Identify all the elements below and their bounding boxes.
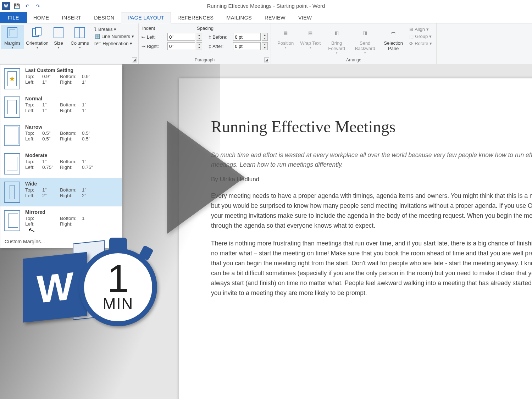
indent-left-input[interactable]	[167, 33, 195, 41]
rotate-button[interactable]: ⟳Rotate▾	[408, 40, 433, 46]
position-icon: ▦	[279, 26, 292, 39]
tab-mailings[interactable]: MAILINGS	[220, 12, 258, 23]
spinner[interactable]: ▲▼	[262, 33, 268, 41]
chevron-down-icon: ▾	[37, 46, 38, 49]
indent-left-label: Left:	[147, 34, 166, 40]
indent-right-row: ⇥ Right: ▲▼	[142, 42, 202, 50]
size-button[interactable]: Size ▾	[50, 25, 67, 49]
line-numbers-icon: 🔢	[94, 34, 100, 39]
play-icon[interactable]	[167, 121, 245, 234]
margins-option-narrow[interactable]: NarrowTop:0.5"Bottom:0.5"Left:0.5"Right:…	[0, 121, 122, 150]
margin-preset-name: Narrow	[25, 124, 118, 130]
chevron-down-icon: ▾	[426, 27, 429, 32]
tab-insert[interactable]: INSERT	[56, 12, 88, 23]
orientation-button[interactable]: Orientation ▾	[26, 25, 49, 49]
page-setup-dialog-launcher[interactable]: ◢	[132, 57, 137, 62]
wrap-text-label: Wrap Text	[300, 40, 321, 46]
tab-view[interactable]: VIEW	[292, 12, 318, 23]
group-page-setup: Margins ▾ Orientation ▾ Size ▾ Columns ▾…	[0, 23, 139, 64]
margin-preset-name: Normal	[25, 96, 118, 101]
columns-icon	[73, 26, 86, 39]
doc-byline: By Ulrika Hedlund	[211, 176, 532, 183]
bring-forward-button[interactable]: ◧ Bring Forward▾	[323, 25, 350, 55]
indent-right-label: Right:	[147, 44, 166, 49]
selection-pane-icon: ▭	[387, 26, 400, 39]
tab-design[interactable]: DESIGN	[88, 12, 121, 23]
doc-para-2: There is nothing more frustrating than m…	[211, 238, 532, 298]
group-obj-label: Group	[415, 34, 428, 39]
spacing-after-label: After:	[212, 44, 232, 49]
spacing-before-label: Before:	[212, 34, 232, 40]
selection-pane-button[interactable]: ▭ Selection Pane	[380, 25, 406, 51]
chevron-down-icon: ▾	[58, 46, 60, 49]
spacing-before-row: ‡ Before: ▲▼	[209, 33, 268, 41]
chevron-down-icon: ▾	[12, 46, 13, 49]
margin-preset-thumb-icon	[4, 125, 20, 146]
margins-button[interactable]: Margins ▾	[1, 25, 24, 49]
title-bar: W 💾 ↶ ↷ Running Effective Meetings - Sta…	[0, 0, 532, 12]
indent-right-icon: ⇥	[142, 44, 145, 49]
word-app-icon: W	[2, 2, 10, 10]
margin-preset-name: Mirrored	[25, 209, 118, 215]
align-button[interactable]: ⊞Align▾	[408, 26, 433, 32]
spinner[interactable]: ▲▼	[196, 33, 202, 41]
spinner[interactable]: ▲▼	[262, 42, 268, 50]
chevron-down-icon: ▾	[429, 34, 432, 39]
margins-option-moderate[interactable]: ModerateTop:1"Bottom:1"Left:0.75"Right:0…	[0, 150, 122, 178]
tab-page-layout[interactable]: PAGE LAYOUT	[121, 12, 171, 23]
undo-icon[interactable]: ↶	[23, 2, 31, 10]
bring-forward-label: Bring Forward	[323, 40, 350, 51]
position-label: Position	[277, 40, 294, 46]
redo-icon[interactable]: ↷	[34, 2, 42, 10]
quick-access-toolbar: W 💾 ↶ ↷	[0, 2, 42, 10]
spacing-before-input[interactable]	[233, 33, 261, 41]
margins-option-normal[interactable]: NormalTop:1"Bottom:1"Left:1"Right:1"	[0, 93, 122, 121]
margin-preset-thumb-icon	[4, 182, 20, 203]
window-title: Running Effective Meetings - Starting po…	[0, 3, 532, 9]
chevron-down-icon: ▾	[130, 41, 132, 46]
arrange-group-label: Arrange	[274, 57, 433, 63]
margins-dropdown: Last Custom SettingTop:0.9"Bottom:0.9"Le…	[0, 64, 122, 248]
doc-para-1: Every meeting needs to have a proper age…	[211, 191, 532, 231]
line-numbers-button[interactable]: 🔢Line Numbers▾	[93, 33, 135, 39]
tab-review[interactable]: REVIEW	[258, 12, 292, 23]
margins-option-wide[interactable]: WideTop:1"Bottom:1"Left:2"Right:2"	[0, 178, 122, 206]
size-icon	[52, 26, 65, 39]
chevron-down-icon: ▾	[79, 46, 81, 49]
margin-preset-values: Top:1"Bottom:1"Left:1"Right:1"	[25, 102, 118, 113]
tab-home[interactable]: HOME	[27, 12, 56, 23]
breaks-label: Breaks	[98, 27, 112, 32]
chevron-down-icon: ▾	[310, 46, 311, 49]
margin-preset-values: Top:0.5"Bottom:0.5"Left:0.5"Right:0.5"	[25, 131, 118, 142]
paragraph-dialog-launcher[interactable]: ◢	[264, 57, 269, 62]
margins-option-mirrored[interactable]: MirroredTop:Bottom:1Left:Right:	[0, 206, 122, 235]
position-button[interactable]: ▦ Position▾	[274, 25, 297, 49]
indent-right-input[interactable]	[167, 42, 195, 50]
rotate-label: Rotate	[415, 41, 428, 46]
margin-preset-name: Last Custom Setting	[25, 67, 118, 73]
margin-preset-values: Top:0.9"Bottom:0.9"Left:1"Right:1"	[25, 74, 118, 85]
indent-header: Indent	[142, 25, 155, 32]
hyphenation-button[interactable]: bᵃ⁻Hyphenation▾	[93, 40, 135, 46]
ribbon: Margins ▾ Orientation ▾ Size ▾ Columns ▾…	[0, 23, 532, 64]
margins-option-last-custom-setting[interactable]: Last Custom SettingTop:0.9"Bottom:0.9"Le…	[0, 65, 122, 93]
group-arrange: ▦ Position▾ ▤ Wrap Text▾ ◧ Bring Forward…	[271, 23, 437, 64]
duration-badge: W 1 MIN	[23, 248, 157, 326]
save-icon[interactable]: 💾	[13, 2, 21, 10]
margin-preset-values: Top:Bottom:1Left:Right:	[25, 216, 118, 227]
send-backward-button[interactable]: ◨ Send Backward▾	[351, 25, 379, 55]
spacing-after-input[interactable]	[233, 42, 261, 50]
spinner[interactable]: ▲▼	[196, 42, 202, 50]
hyphenation-label: Hyphenation	[102, 41, 128, 46]
group-button[interactable]: ⬚Group▾	[408, 33, 433, 39]
breaks-button[interactable]: ⤵Breaks▾	[93, 26, 135, 32]
wrap-text-button[interactable]: ▤ Wrap Text▾	[299, 25, 322, 49]
group-icon: ⬚	[409, 34, 414, 39]
group-paragraph: Indent Spacing ⇤ Left: ▲▼ ⇥ Right: ▲▼	[139, 23, 271, 64]
bring-forward-icon: ◧	[330, 26, 343, 39]
tab-references[interactable]: REFERENCES	[171, 12, 220, 23]
spacing-after-icon: ‡	[209, 44, 211, 49]
columns-button[interactable]: Columns ▾	[68, 25, 92, 49]
margin-preset-thumb-icon	[4, 153, 20, 174]
tab-file[interactable]: FILE	[0, 12, 27, 23]
